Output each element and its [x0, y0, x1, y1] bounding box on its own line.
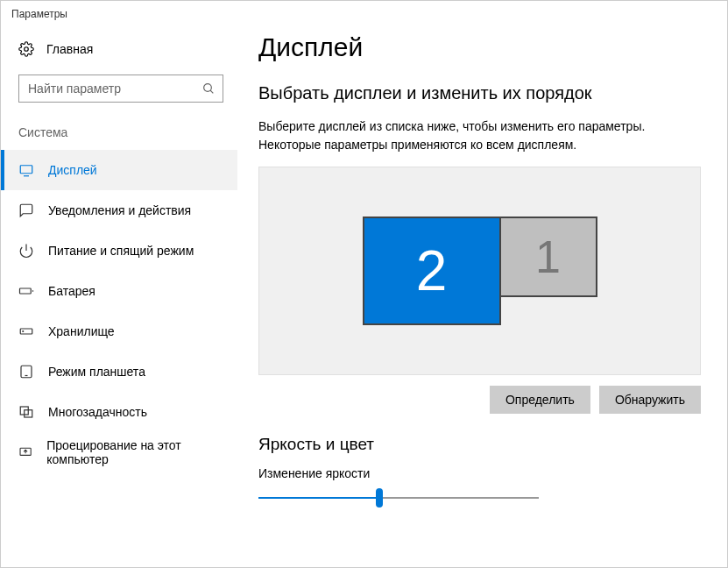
nav-item-label: Питание и спящий режим — [48, 244, 194, 258]
search-box[interactable] — [18, 75, 223, 103]
detect-button[interactable]: Обнаружить — [599, 386, 701, 414]
nav-item-label: Уведомления и действия — [48, 203, 191, 217]
home-label: Главная — [46, 42, 93, 56]
page-title: Дисплей — [258, 32, 701, 62]
nav-item-label: Многозадачность — [48, 405, 147, 419]
brightness-label: Изменение яркости — [258, 466, 701, 480]
arrange-title: Выбрать дисплеи и изменить их порядок — [258, 83, 701, 103]
monitor-2[interactable]: 2 — [363, 217, 501, 325]
display-icon — [18, 162, 34, 178]
svg-rect-3 — [20, 166, 32, 174]
nav-item-label: Батарея — [48, 284, 95, 298]
brightness-section-title: Яркость и цвет — [258, 435, 701, 454]
sidebar: Главная Система ДисплейУведомления и дей… — [1, 29, 237, 567]
nav-item-project[interactable]: Проецирование на этот компьютер — [1, 432, 237, 472]
identify-button[interactable]: Определить — [490, 386, 590, 414]
tablet-icon — [18, 364, 34, 380]
nav-item-label: Режим планшета — [48, 365, 145, 379]
nav-item-storage[interactable]: Хранилище — [1, 311, 237, 351]
svg-point-1 — [204, 84, 212, 92]
sidebar-section-label: Система — [1, 113, 237, 150]
brightness-slider[interactable] — [258, 487, 539, 508]
storage-icon — [18, 323, 34, 339]
notifications-icon — [18, 202, 34, 218]
nav-item-notifications[interactable]: Уведомления и действия — [1, 190, 237, 231]
nav-item-battery[interactable]: Батарея — [1, 271, 237, 311]
svg-line-2 — [210, 90, 213, 93]
svg-point-9 — [23, 331, 24, 332]
power-icon — [18, 243, 34, 259]
home-link[interactable]: Главная — [1, 29, 237, 69]
arrange-description: Выберите дисплей из списка ниже, чтобы и… — [258, 117, 696, 154]
search-input[interactable] — [28, 82, 194, 96]
battery-icon — [18, 283, 34, 299]
project-icon — [18, 444, 32, 460]
display-arrange-area[interactable]: 2 1 — [258, 167, 701, 375]
nav-item-label: Проецирование на этот компьютер — [46, 438, 227, 466]
slider-thumb[interactable] — [376, 488, 383, 508]
nav-list: ДисплейУведомления и действияПитание и с… — [1, 150, 237, 472]
nav-item-tablet[interactable]: Режим планшета — [1, 351, 237, 392]
monitor-1[interactable]: 1 — [499, 217, 597, 297]
svg-point-0 — [25, 47, 29, 52]
main-content: Дисплей Выбрать дисплеи и изменить их по… — [237, 29, 727, 567]
gear-icon — [18, 41, 34, 57]
nav-item-display[interactable]: Дисплей — [1, 150, 237, 190]
window-title: Параметры — [1, 1, 727, 29]
slider-fill — [258, 497, 379, 499]
nav-item-label: Хранилище — [48, 324, 115, 338]
search-icon — [201, 82, 216, 96]
nav-item-label: Дисплей — [48, 163, 97, 177]
svg-rect-6 — [20, 288, 32, 294]
multitask-icon — [18, 404, 34, 420]
nav-item-multitask[interactable]: Многозадачность — [1, 392, 237, 432]
nav-item-power[interactable]: Питание и спящий режим — [1, 231, 237, 271]
